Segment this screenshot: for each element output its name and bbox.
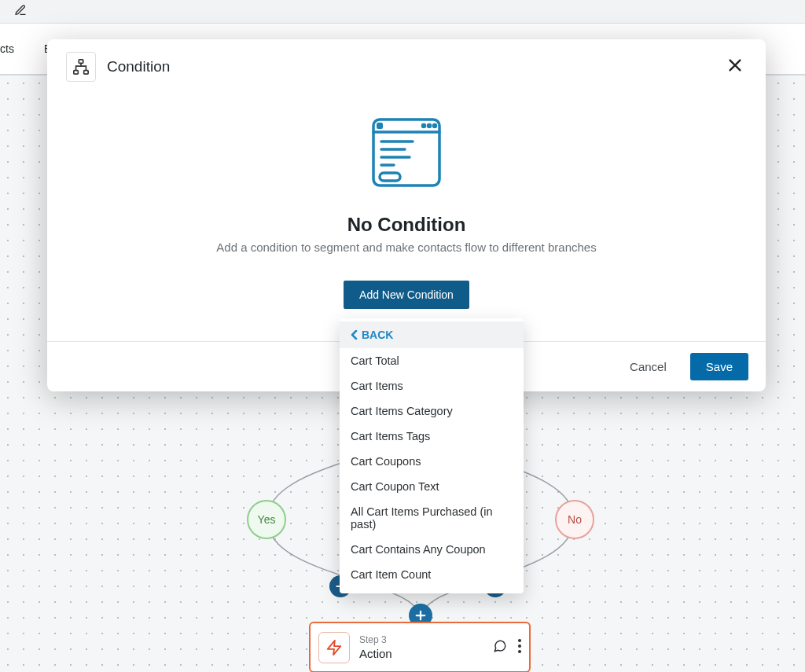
comment-icon[interactable] — [493, 639, 507, 656]
modal-header: Condition — [47, 39, 766, 94]
svg-rect-20 — [377, 123, 383, 129]
action-step-text: Step 3 Action — [359, 634, 392, 660]
svg-rect-15 — [373, 119, 439, 185]
tab-partial-1[interactable]: cts — [0, 42, 20, 55]
dropdown-item-contains-coupon[interactable]: Cart Contains Any Coupon — [340, 537, 524, 562]
chevron-left-icon — [351, 330, 358, 340]
dropdown-item-cart-category[interactable]: Cart Items Category — [340, 398, 524, 424]
dropdown-item-cart-tags[interactable]: Cart Items Tags — [340, 424, 524, 449]
svg-point-9 — [518, 650, 521, 653]
add-condition-button[interactable]: Add New Condition — [344, 281, 469, 309]
dropdown-item-cart-coupons[interactable]: Cart Coupons — [340, 449, 524, 474]
dropdown-item-cart-items[interactable]: Cart Items — [340, 373, 524, 398]
svg-rect-10 — [79, 60, 83, 64]
svg-rect-25 — [380, 173, 400, 181]
empty-state-subtitle: Add a condition to segment and make cont… — [216, 241, 596, 254]
action-step-card[interactable]: Step 3 Action — [309, 622, 531, 672]
svg-point-8 — [518, 644, 521, 648]
svg-rect-12 — [84, 71, 89, 75]
decision-yes-node[interactable]: Yes — [247, 500, 286, 539]
lightning-icon — [318, 632, 350, 663]
empty-state-title: No Condition — [347, 214, 466, 236]
dropdown-back-button[interactable]: BACK — [340, 321, 524, 348]
more-icon[interactable] — [518, 639, 521, 656]
decision-no-label: No — [568, 513, 582, 526]
action-step-title: Action — [359, 647, 392, 660]
modal-title: Condition — [107, 58, 170, 75]
dropdown-item-cart-total[interactable]: Cart Total — [340, 348, 524, 373]
svg-point-18 — [428, 125, 431, 127]
cancel-button[interactable]: Cancel — [625, 359, 671, 374]
modal-body: No Condition Add a condition to segment … — [47, 94, 766, 341]
close-button[interactable] — [723, 53, 747, 80]
svg-point-7 — [518, 639, 521, 642]
action-step-number-label: Step 3 — [359, 634, 392, 645]
edit-icon[interactable] — [14, 4, 27, 20]
header-strip — [0, 0, 805, 24]
dropdown-back-label: BACK — [362, 329, 393, 341]
condition-icon — [66, 52, 96, 82]
dropdown-item-cart-item-count[interactable]: Cart Item Count — [340, 562, 524, 587]
decision-no-node[interactable]: No — [555, 500, 594, 539]
svg-point-17 — [423, 125, 425, 127]
decision-yes-label: Yes — [258, 513, 276, 526]
condition-type-dropdown: BACK Cart Total Cart Items Cart Items Ca… — [340, 318, 524, 593]
svg-point-19 — [434, 125, 436, 127]
dropdown-item-all-purchased[interactable]: All Cart Items Purchased (in past) — [340, 499, 524, 537]
dropdown-item-cart-coupon-text[interactable]: Cart Coupon Text — [340, 474, 524, 499]
condition-empty-illustration-icon — [367, 113, 446, 195]
save-button[interactable]: Save — [690, 353, 748, 380]
svg-marker-6 — [328, 640, 341, 654]
svg-rect-11 — [74, 71, 79, 75]
